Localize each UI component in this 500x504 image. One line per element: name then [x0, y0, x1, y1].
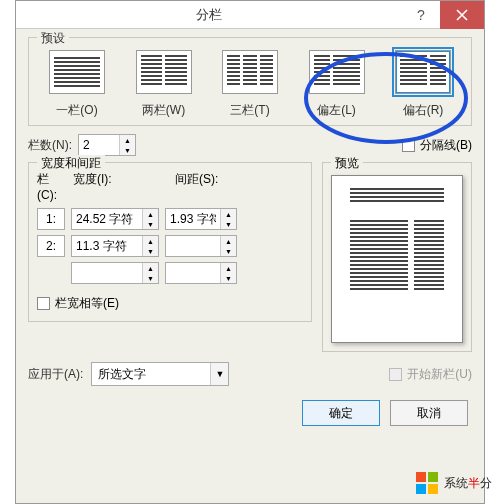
- preview-group: 预览: [322, 162, 472, 352]
- spin-up[interactable]: ▲: [143, 236, 158, 246]
- width-input[interactable]: [72, 209, 142, 229]
- row-num: 1:: [37, 208, 65, 230]
- ok-button[interactable]: 确定: [302, 400, 380, 426]
- column-count-input[interactable]: [79, 135, 119, 155]
- microsoft-logo-icon: [416, 472, 438, 494]
- help-button[interactable]: ?: [402, 1, 440, 29]
- preset-label: 两栏(W): [128, 102, 200, 119]
- separator-label: 分隔线(B): [420, 137, 472, 154]
- spacing-header: 间距(S):: [175, 171, 255, 202]
- width-spinner[interactable]: ▲▼: [71, 208, 159, 230]
- width-spacing-legend: 宽度和间距: [37, 155, 105, 172]
- preset-left[interactable]: 偏左(L): [301, 50, 373, 119]
- dialog-title: 分栏: [16, 6, 402, 24]
- width-row: 1: ▲▼ ▲▼: [37, 208, 303, 230]
- spacing-spinner[interactable]: ▲▼: [165, 262, 237, 284]
- watermark: 系统半分: [416, 472, 492, 494]
- width-spinner[interactable]: ▲▼: [71, 235, 159, 257]
- preset-one-column[interactable]: 一栏(O): [41, 50, 113, 119]
- apply-to-value: 所选文字: [92, 366, 210, 383]
- spacing-input[interactable]: [166, 236, 220, 256]
- columns-dialog: 分栏 ? 预设 一栏(O) 两栏(W) 三栏(T): [15, 0, 485, 504]
- width-header: 宽度(I):: [73, 171, 169, 202]
- spin-up[interactable]: ▲: [221, 209, 236, 219]
- column-count-spinner[interactable]: ▲▼: [78, 134, 136, 156]
- apply-to-label: 应用于(A):: [28, 366, 83, 383]
- close-button[interactable]: [440, 1, 484, 29]
- spin-down[interactable]: ▼: [120, 145, 135, 155]
- start-new-column-checkbox: 开始新栏(U): [389, 366, 472, 383]
- presets-group: 预设 一栏(O) 两栏(W) 三栏(T) 偏左(L): [28, 37, 472, 126]
- row-num: 2:: [37, 235, 65, 257]
- spin-down[interactable]: ▼: [221, 246, 236, 256]
- preset-label: 偏右(R): [387, 102, 459, 119]
- spin-down[interactable]: ▼: [143, 273, 158, 283]
- width-spacing-group: 宽度和间距 栏(C): 宽度(I): 间距(S): 1: ▲▼ ▲▼ 2: ▲▼: [28, 162, 312, 322]
- preset-three-columns[interactable]: 三栏(T): [214, 50, 286, 119]
- spin-up[interactable]: ▲: [221, 263, 236, 273]
- equal-width-checkbox[interactable]: 栏宽相等(E): [37, 295, 119, 312]
- chevron-down-icon[interactable]: ▼: [210, 363, 228, 385]
- spacing-spinner[interactable]: ▲▼: [165, 208, 237, 230]
- start-new-column-label: 开始新栏(U): [407, 366, 472, 383]
- spacing-spinner[interactable]: ▲▼: [165, 235, 237, 257]
- width-spinner[interactable]: ▲▼: [71, 262, 159, 284]
- preset-label: 偏左(L): [301, 102, 373, 119]
- preview-legend: 预览: [331, 155, 363, 172]
- spin-up[interactable]: ▲: [120, 135, 135, 145]
- width-row: 2: ▲▼ ▲▼: [37, 235, 303, 257]
- spin-up[interactable]: ▲: [221, 236, 236, 246]
- preview-page: [331, 175, 463, 343]
- close-icon: [456, 9, 468, 21]
- separator-checkbox[interactable]: 分隔线(B): [402, 137, 472, 154]
- titlebar: 分栏 ?: [16, 1, 484, 29]
- preset-label: 三栏(T): [214, 102, 286, 119]
- apply-to-select[interactable]: 所选文字 ▼: [91, 362, 229, 386]
- equal-width-label: 栏宽相等(E): [55, 295, 119, 312]
- preset-right[interactable]: 偏右(R): [387, 50, 459, 119]
- watermark-text: 系统半分: [444, 475, 492, 492]
- spin-down[interactable]: ▼: [143, 219, 158, 229]
- spacing-input[interactable]: [166, 263, 220, 283]
- spin-down[interactable]: ▼: [143, 246, 158, 256]
- spin-down[interactable]: ▼: [221, 273, 236, 283]
- width-row: ▲▼ ▲▼: [37, 262, 303, 284]
- col-header: 栏(C):: [37, 171, 67, 202]
- column-count-label: 栏数(N):: [28, 137, 72, 154]
- presets-legend: 预设: [37, 30, 69, 47]
- width-input[interactable]: [72, 236, 142, 256]
- preset-two-columns[interactable]: 两栏(W): [128, 50, 200, 119]
- width-input[interactable]: [72, 263, 142, 283]
- spacing-input[interactable]: [166, 209, 220, 229]
- spin-down[interactable]: ▼: [221, 219, 236, 229]
- cancel-button[interactable]: 取消: [390, 400, 468, 426]
- spin-up[interactable]: ▲: [143, 263, 158, 273]
- preset-label: 一栏(O): [41, 102, 113, 119]
- spin-up[interactable]: ▲: [143, 209, 158, 219]
